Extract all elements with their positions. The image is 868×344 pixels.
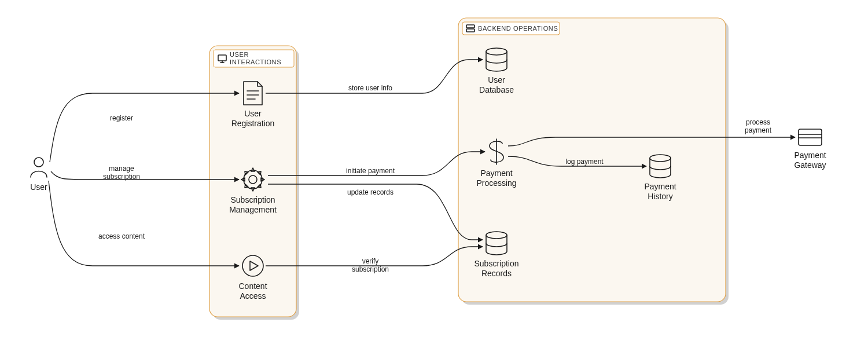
svg-text:Processing: Processing — [476, 178, 516, 188]
svg-text:Content: Content — [238, 281, 267, 291]
svg-text:manage: manage — [109, 164, 134, 173]
svg-text:verify: verify — [362, 257, 379, 265]
svg-text:Database: Database — [479, 85, 514, 94]
svg-text:User: User — [488, 75, 505, 85]
svg-text:subscription: subscription — [352, 265, 389, 273]
svg-text:Access: Access — [240, 291, 266, 301]
group-label: USER — [230, 51, 249, 58]
svg-text:Management: Management — [229, 205, 277, 214]
group-label: INTERACTIONS — [230, 58, 281, 65]
svg-text:Gateway: Gateway — [794, 160, 826, 170]
svg-text:User: User — [30, 182, 47, 192]
svg-text:register: register — [110, 114, 133, 122]
group-label: BACKEND OPERATIONS — [478, 25, 558, 32]
svg-text:Registration: Registration — [231, 119, 275, 128]
svg-text:Payment: Payment — [480, 169, 512, 178]
svg-text:process: process — [746, 118, 770, 126]
svg-text:History: History — [648, 192, 673, 201]
svg-text:Subscription: Subscription — [474, 259, 518, 268]
svg-rect-36 — [799, 129, 822, 145]
group-user-interactions: USER INTERACTIONS — [209, 46, 299, 320]
svg-text:User: User — [244, 109, 262, 118]
svg-text:Records: Records — [481, 269, 512, 278]
svg-text:store user info: store user info — [348, 84, 392, 92]
svg-text:update records: update records — [347, 188, 393, 196]
edge-update-records: update records — [268, 184, 483, 240]
node-user: User — [30, 158, 47, 192]
svg-text:initiate payment: initiate payment — [346, 167, 395, 175]
svg-text:log payment: log payment — [565, 158, 604, 166]
svg-text:Payment: Payment — [644, 182, 676, 191]
svg-text:access content: access content — [98, 232, 145, 240]
node-payment-gateway: Payment Gateway — [794, 129, 826, 170]
svg-text:payment: payment — [745, 126, 772, 134]
edge-initiate-payment: initiate payment — [268, 152, 485, 175]
svg-text:subscription: subscription — [103, 173, 140, 181]
svg-text:Subscription: Subscription — [230, 195, 275, 204]
flow-diagram: USER INTERACTIONS BACKEND OPERATIONS Use… — [0, 0, 868, 344]
svg-point-11 — [34, 158, 43, 167]
svg-text:Payment: Payment — [794, 151, 826, 160]
